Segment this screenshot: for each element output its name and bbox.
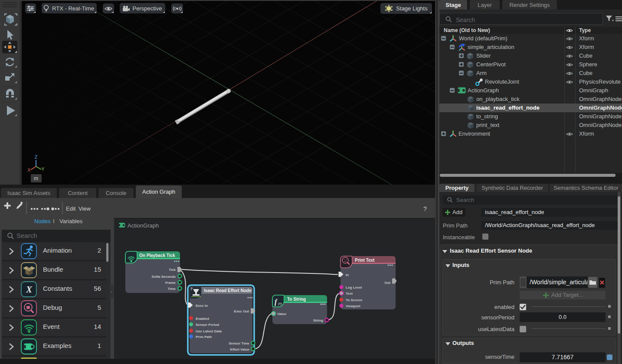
svg-text:On Playback Tick: On Playback Tick	[139, 253, 175, 258]
svg-text:String: String	[313, 318, 323, 322]
svg-text:Viewport: Viewport	[346, 304, 360, 308]
svg-text:(x): (x)	[278, 302, 282, 306]
svg-text:Out: Out	[384, 281, 390, 285]
svg-text:Y: Y	[41, 166, 45, 172]
svg-text:Exec Out: Exec Out	[234, 309, 249, 313]
svg-text:Delta Seconds: Delta Seconds	[152, 275, 176, 279]
svg-text:Tick: Tick	[169, 268, 176, 272]
svg-text:Variables: Variables	[59, 218, 83, 224]
svg-text:Use Latest Data: Use Latest Data	[196, 329, 222, 333]
svg-text:Time: Time	[167, 287, 176, 291]
svg-text:Log Level: Log Level	[346, 286, 362, 289]
svg-text:Value: Value	[277, 312, 286, 316]
svg-text:Isaac Read Effort Node: Isaac Read Effort Node	[204, 288, 252, 293]
svg-text:I: I	[53, 218, 55, 224]
svg-text:ActionGraph: ActionGraph	[128, 222, 159, 229]
svg-text:Frame: Frame	[165, 281, 176, 285]
svg-text:In: In	[346, 273, 349, 277]
svg-text:Sensor Time: Sensor Time	[229, 341, 249, 345]
svg-text:X: X	[26, 284, 33, 295]
svg-text:Print Text: Print Text	[355, 258, 375, 263]
svg-text:Prim Path: Prim Path	[196, 335, 212, 339]
svg-text:Enabled: Enabled	[196, 317, 209, 321]
svg-text:To Screen: To Screen	[346, 298, 362, 302]
svg-text:m: m	[34, 176, 38, 182]
svg-text:Nodes: Nodes	[34, 218, 51, 224]
svg-text:Effort Value: Effort Value	[230, 348, 250, 351]
svg-text:?: ?	[423, 205, 427, 212]
svg-text:Sensor Period: Sensor Period	[196, 323, 219, 327]
svg-text:Exec In: Exec In	[196, 304, 208, 308]
svg-text:Z: Z	[35, 154, 38, 159]
svg-text:View: View	[79, 205, 91, 212]
svg-text:To String: To String	[287, 297, 306, 302]
svg-text:X: X	[27, 167, 31, 172]
svg-text:Text: Text	[346, 292, 353, 296]
svg-text:Edit: Edit	[66, 205, 76, 212]
